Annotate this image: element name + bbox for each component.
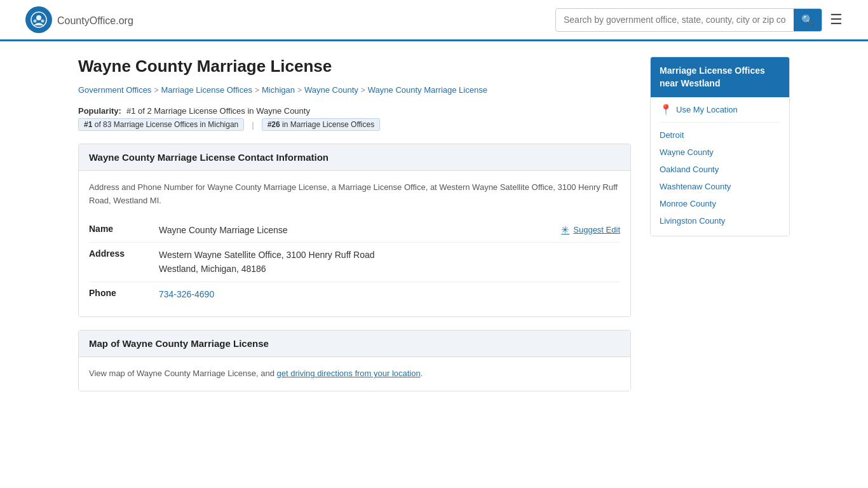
site-header: CountyOffice.org 🔍 ☰	[0, 0, 868, 41]
page-title: Wayne County Marriage License	[78, 57, 631, 76]
info-row-phone: Phone 734-326-4690	[89, 282, 620, 306]
location-pin-icon: 📍	[660, 104, 672, 116]
popularity-row-1: Popularity: #1 of 2 Marriage License Off…	[78, 106, 631, 116]
info-row-name: Name Wayne County Marriage License ✳ Sug…	[89, 218, 620, 243]
address-line2: Westland, Michigan, 48186	[159, 262, 620, 276]
content-area: Wayne County Marriage License Government…	[78, 57, 631, 404]
phone-label: Phone	[89, 287, 159, 298]
search-input[interactable]	[556, 10, 794, 30]
breadcrumb-marriage-license-offices[interactable]: Marriage License Offices	[161, 85, 252, 95]
phone-link[interactable]: 734-326-4690	[159, 289, 214, 299]
contact-section-header: Wayne County Marriage License Contact In…	[79, 144, 630, 171]
contact-section: Wayne County Marriage License Contact In…	[78, 144, 631, 317]
detroit-link[interactable]: Detroit	[660, 130, 684, 140]
name-value: Wayne County Marriage License	[159, 223, 561, 237]
address-value: Western Wayne Satellite Office, 3100 Hen…	[159, 248, 620, 276]
svg-point-1	[36, 15, 41, 20]
menu-button[interactable]: ☰	[830, 13, 843, 27]
info-row-address: Address Western Wayne Satellite Office, …	[89, 243, 620, 282]
logo-area: CountyOffice.org	[25, 6, 133, 33]
sidebar-item-washtenaw-county: Washtenaw County	[660, 178, 780, 195]
popularity-rank3-text: in Marriage License Offices	[282, 120, 374, 129]
wayne-county-link[interactable]: Wayne County	[660, 147, 714, 157]
popularity-row-2: #1 of 83 Marriage License Offices in Mic…	[78, 118, 631, 131]
contact-description: Address and Phone Number for Wayne Count…	[89, 181, 620, 208]
popularity-rank1: #1 of 2 Marriage License Offices in Wayn…	[126, 106, 310, 116]
map-section-body: View map of Wayne County Marriage Licens…	[79, 357, 630, 391]
breadcrumb-michigan[interactable]: Michigan	[262, 85, 295, 95]
svg-point-2	[34, 20, 37, 23]
sidebar-item-detroit: Detroit	[660, 126, 780, 144]
popularity-badge-1: #1 of 83 Marriage License Offices in Mic…	[78, 118, 244, 131]
monroe-county-link[interactable]: Monroe County	[660, 199, 716, 208]
svg-point-3	[41, 20, 44, 23]
address-label: Address	[89, 248, 159, 259]
name-label: Name	[89, 223, 159, 234]
breadcrumb-government-offices[interactable]: Government Offices	[78, 85, 151, 95]
info-table: Name Wayne County Marriage License ✳ Sug…	[89, 218, 620, 307]
sidebar-item-livingston-county: Livingston County	[660, 212, 780, 229]
breadcrumb: Government Offices > Marriage License Of…	[78, 85, 631, 95]
sidebar-item-monroe-county: Monroe County	[660, 195, 780, 212]
popularity-label: Popularity:	[78, 106, 121, 116]
breadcrumb-current[interactable]: Wayne County Marriage License	[368, 85, 487, 95]
map-section-header: Map of Wayne County Marriage License	[79, 330, 630, 357]
sidebar: Marriage License Offices near Westland 📍…	[650, 57, 790, 404]
sidebar-card: Marriage License Offices near Westland 📍…	[650, 57, 790, 236]
address-line1: Western Wayne Satellite Office, 3100 Hen…	[159, 248, 620, 262]
use-location-row: 📍 Use My Location	[660, 104, 780, 116]
search-button[interactable]: 🔍	[794, 9, 822, 31]
sidebar-item-wayne-county: Wayne County	[660, 144, 780, 161]
main-content: Wayne County Marriage License Government…	[53, 41, 815, 419]
map-section: Map of Wayne County Marriage License Vie…	[78, 330, 631, 391]
logo-icon	[25, 6, 52, 33]
oakland-county-link[interactable]: Oakland County	[660, 165, 719, 174]
search-container: 🔍	[555, 8, 822, 32]
breadcrumb-wayne-county[interactable]: Wayne County	[304, 85, 358, 95]
suggest-edit-icon: ✳	[561, 224, 569, 236]
sidebar-divider	[660, 122, 780, 123]
sidebar-header: Marriage License Offices near Westland	[651, 57, 789, 97]
livingston-county-link[interactable]: Livingston County	[660, 216, 725, 226]
map-description: View map of Wayne County Marriage Licens…	[89, 367, 620, 381]
suggest-edit-button[interactable]: ✳ Suggest Edit	[561, 223, 620, 236]
phone-value: 734-326-4690	[159, 287, 620, 301]
logo-text: CountyOffice.org	[57, 13, 133, 27]
sidebar-item-oakland-county: Oakland County	[660, 161, 780, 178]
header-right: 🔍 ☰	[555, 8, 843, 32]
popularity-section: Popularity: #1 of 2 Marriage License Off…	[78, 106, 631, 131]
use-my-location-link[interactable]: Use My Location	[676, 105, 738, 114]
popularity-rank2-text: of 83 Marriage License Offices in Michig…	[95, 120, 239, 129]
popularity-badge-2: #26 in Marriage License Offices	[262, 118, 381, 131]
driving-directions-link[interactable]: get driving directions from your locatio…	[277, 369, 421, 378]
contact-section-body: Address and Phone Number for Wayne Count…	[79, 171, 630, 316]
sidebar-body: 📍 Use My Location Detroit Wayne County O…	[651, 97, 789, 236]
washtenaw-county-link[interactable]: Washtenaw County	[660, 182, 731, 191]
